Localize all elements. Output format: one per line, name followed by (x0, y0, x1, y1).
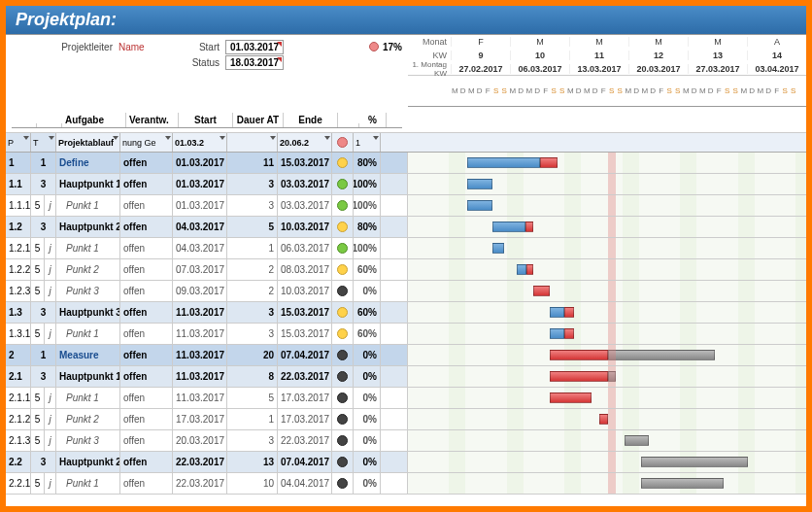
task-end[interactable]: 17.03.2017 (278, 409, 332, 429)
task-pct[interactable]: 80% (354, 217, 381, 237)
task-name[interactable]: Punkt 1 (56, 388, 120, 408)
task-resp[interactable]: offen (120, 366, 173, 387)
task-end[interactable]: 22.03.2017 (278, 366, 332, 387)
task-pct[interactable]: 0% (354, 345, 381, 365)
task-start[interactable]: 20.03.2017 (173, 430, 227, 451)
task-dur[interactable]: 10 (227, 473, 278, 494)
row-id[interactable]: 2.1.2 (6, 409, 31, 429)
task-start[interactable]: 11.03.2017 (173, 388, 227, 408)
task-name[interactable]: Hauptpunkt 1 (56, 174, 120, 194)
row-p[interactable]: 5 (31, 430, 45, 451)
task-start[interactable]: 22.03.2017 (173, 452, 227, 472)
col-aufgabe[interactable]: Aufgabe (62, 113, 126, 127)
start-date[interactable]: 01.03.2017 (225, 40, 284, 54)
task-resp[interactable]: offen (120, 324, 173, 344)
row-p[interactable]: 5 (31, 195, 45, 216)
task-resp[interactable]: offen (120, 281, 173, 301)
pl-value[interactable]: Name (118, 42, 177, 52)
task-start[interactable]: 11.03.2017 (173, 302, 227, 323)
task-name[interactable]: Punkt 3 (56, 430, 120, 451)
row-id[interactable]: 1.1 (6, 174, 31, 194)
task-resp[interactable]: offen (120, 409, 173, 429)
row-p[interactable]: 5 (31, 388, 45, 408)
task-name[interactable]: Hauptpunkt 1 (56, 366, 120, 387)
task-start[interactable]: 07.03.2017 (173, 259, 227, 280)
row-p[interactable]: 5 (31, 324, 45, 344)
row-j[interactable]: j (45, 409, 56, 429)
task-end[interactable]: 03.03.2017 (278, 195, 332, 216)
row-id[interactable]: 2.2 (6, 452, 31, 472)
row-p[interactable]: 5 (31, 238, 45, 258)
row-id[interactable]: 2.1.1 (6, 388, 31, 408)
row-j[interactable]: j (45, 473, 56, 494)
filter-task[interactable]: Projektablauf (56, 133, 120, 152)
task-start[interactable]: 11.03.2017 (173, 345, 227, 365)
task-pct[interactable]: 0% (354, 430, 381, 451)
task-pct[interactable]: 100% (354, 174, 381, 194)
row-p[interactable]: 5 (31, 473, 45, 494)
row-id[interactable]: 1.2 (6, 217, 31, 237)
task-end[interactable]: 15.03.2017 (278, 324, 332, 344)
task-dur[interactable]: 20 (227, 345, 278, 365)
task-end[interactable]: 15.03.2017 (278, 153, 332, 173)
task-dur[interactable]: 3 (227, 302, 278, 323)
task-resp[interactable]: offen (120, 259, 173, 280)
row-p[interactable]: 3 (31, 217, 56, 237)
row-p[interactable]: 3 (31, 366, 56, 387)
row-id[interactable]: 1.3.1 (6, 324, 31, 344)
task-start[interactable]: 01.03.2017 (173, 153, 227, 173)
task-start[interactable]: 22.03.2017 (173, 473, 227, 494)
row-id[interactable]: 1.2.2 (6, 259, 31, 280)
task-resp[interactable]: offen (120, 238, 173, 258)
task-start[interactable]: 09.03.2017 (173, 281, 227, 301)
task-end[interactable]: 15.03.2017 (278, 302, 332, 323)
task-resp[interactable]: offen (120, 217, 173, 237)
row-j[interactable]: j (45, 238, 56, 258)
task-dur[interactable]: 5 (227, 388, 278, 408)
row-j[interactable]: j (45, 324, 56, 344)
task-dur[interactable]: 3 (227, 324, 278, 344)
task-end[interactable]: 06.03.2017 (278, 238, 332, 258)
task-pct[interactable]: 0% (354, 388, 381, 408)
task-pct[interactable]: 0% (354, 281, 381, 301)
row-j[interactable]: j (45, 281, 56, 301)
row-id[interactable]: 1.1.1 (6, 195, 31, 216)
task-start[interactable]: 17.03.2017 (173, 409, 227, 429)
task-name[interactable]: Punkt 2 (56, 409, 120, 429)
task-name[interactable]: Hauptpunkt 2 (56, 452, 120, 472)
task-resp[interactable]: offen (120, 153, 173, 173)
row-p[interactable]: 1 (31, 345, 56, 365)
task-end[interactable]: 04.04.2017 (278, 473, 332, 494)
task-pct[interactable]: 60% (354, 324, 381, 344)
row-id[interactable]: 2.2.1 (6, 473, 31, 494)
task-end[interactable]: 08.03.2017 (278, 259, 332, 280)
task-name[interactable]: Measure (56, 345, 120, 365)
task-dur[interactable]: 1 (227, 238, 278, 258)
col-verantw[interactable]: Verantw. (126, 113, 179, 127)
task-resp[interactable]: offen (120, 473, 173, 494)
task-resp[interactable]: offen (120, 174, 173, 194)
task-name[interactable]: Punkt 1 (56, 195, 120, 216)
task-name[interactable]: Punkt 1 (56, 473, 120, 494)
row-p[interactable]: 3 (31, 174, 56, 194)
task-resp[interactable]: offen (120, 302, 173, 323)
task-dur[interactable]: 2 (227, 281, 278, 301)
row-id[interactable]: 2.1.3 (6, 430, 31, 451)
task-resp[interactable]: offen (120, 195, 173, 216)
status-date[interactable]: 18.03.2017 (225, 55, 284, 70)
task-pct[interactable]: 60% (354, 302, 381, 323)
task-start[interactable]: 11.03.2017 (173, 324, 227, 344)
row-p[interactable]: 3 (31, 302, 56, 323)
task-dur[interactable]: 2 (227, 259, 278, 280)
task-pct[interactable]: 0% (354, 409, 381, 429)
task-dur[interactable]: 5 (227, 217, 278, 237)
task-resp[interactable]: offen (120, 430, 173, 451)
row-id[interactable]: 1.3 (6, 302, 31, 323)
task-dur[interactable]: 3 (227, 195, 278, 216)
row-id[interactable]: 2 (6, 345, 31, 365)
task-pct[interactable]: 60% (354, 259, 381, 280)
task-start[interactable]: 01.03.2017 (173, 174, 227, 194)
row-j[interactable]: j (45, 388, 56, 408)
task-dur[interactable]: 3 (227, 174, 278, 194)
task-start[interactable]: 04.03.2017 (173, 238, 227, 258)
